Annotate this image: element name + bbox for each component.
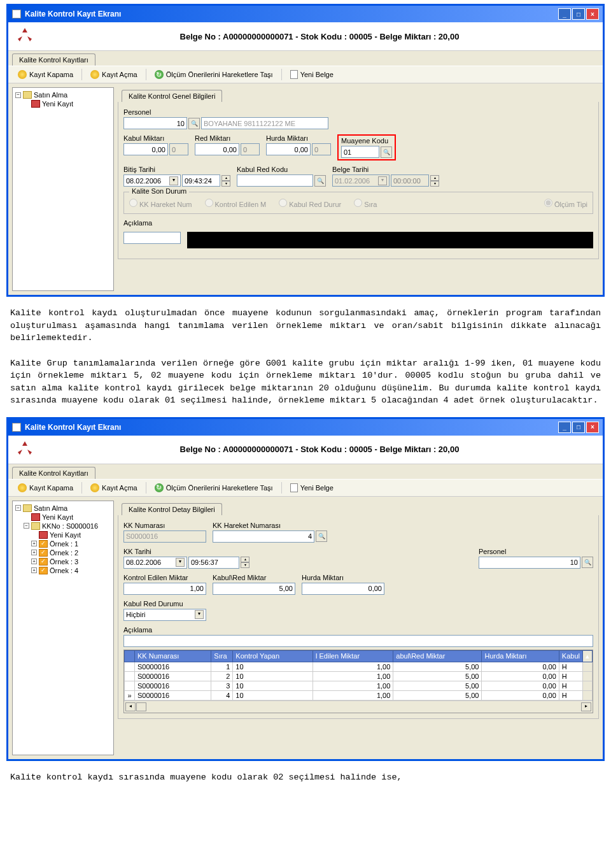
- close-button[interactable]: ×: [586, 8, 599, 20]
- minimize-button[interactable]: _: [558, 422, 571, 433]
- scroll-up-icon[interactable]: ▴: [583, 650, 593, 662]
- minimize-button[interactable]: _: [558, 8, 571, 20]
- kk-tarihi-time[interactable]: [188, 557, 239, 569]
- tree-ornek-1[interactable]: Örnek : 1: [50, 540, 78, 548]
- row-marker-icon: »: [125, 690, 135, 700]
- tree-yeni-kayit-2[interactable]: Yeni Kayıt: [50, 531, 81, 539]
- tree-kkno[interactable]: KKNo : S0000016: [42, 522, 98, 530]
- detail-grid[interactable]: KK Numarası Sıra Kontrol Yapan l Edilen …: [123, 650, 593, 713]
- titlebar[interactable]: Kalite Kontrol Kayıt Ekranı _ □ ×: [8, 6, 603, 22]
- radio-olcum-tipi[interactable]: Ölçüm Tipi: [544, 199, 587, 208]
- tree-satin-alma[interactable]: Satın Alma: [34, 91, 67, 99]
- scroll-left-icon[interactable]: ◂: [125, 702, 136, 711]
- radio-kk-hareket[interactable]: KK Hareket Num: [129, 199, 192, 208]
- collapse-icon[interactable]: −: [15, 92, 21, 98]
- tree-ornek-3[interactable]: Örnek : 3: [50, 558, 78, 566]
- col-kabul-red-miktar[interactable]: abul\Red Miktar: [393, 650, 482, 662]
- chevron-down-icon[interactable]: ▾: [176, 558, 185, 567]
- muayene-kodu-label: Muayene Kodu: [341, 137, 392, 145]
- kabul-red-miktar-input[interactable]: [213, 583, 295, 595]
- personel-input[interactable]: [479, 557, 580, 569]
- lookup-icon[interactable]: 🔍: [316, 530, 327, 542]
- close-button[interactable]: ×: [586, 422, 599, 433]
- kontrol-edilen-input[interactable]: [123, 583, 206, 595]
- bitis-tarihi-time[interactable]: [182, 174, 220, 187]
- cell-kk-numarasi: S0000016: [135, 681, 211, 690]
- chevron-down-icon[interactable]: ▾: [195, 610, 204, 619]
- expand-icon[interactable]: +: [31, 541, 37, 546]
- personel-input[interactable]: [123, 117, 187, 129]
- chevron-down-icon[interactable]: ▾: [169, 176, 178, 185]
- expand-icon[interactable]: +: [31, 567, 37, 573]
- tree-satin-alma[interactable]: Satın Alma: [34, 504, 67, 512]
- table-row[interactable]: S00000163101,005,000,00H: [125, 681, 593, 690]
- red-miktari-input[interactable]: [195, 143, 239, 155]
- kabul-red-durumu-select[interactable]: Hiçbiri▾: [123, 609, 206, 621]
- yeni-belge-button[interactable]: Yeni Belge: [284, 481, 339, 494]
- col-kk-numarasi[interactable]: KK Numarası: [135, 650, 211, 662]
- olcum-tasi-button[interactable]: ↻Ölçüm Önerilerini Hareketlere Taşı: [149, 68, 279, 81]
- kabul-miktari-2: [169, 143, 188, 155]
- col-edilen-miktar[interactable]: l Edilen Miktar: [313, 650, 393, 662]
- maximize-button[interactable]: □: [572, 422, 585, 433]
- time-spinner[interactable]: ▴▾: [241, 557, 249, 568]
- kabul-miktari-input[interactable]: [123, 143, 168, 155]
- titlebar[interactable]: Kalite Kontrol Kayıt Ekranı _ □ ×: [8, 419, 603, 436]
- separator: [146, 69, 146, 80]
- lookup-icon[interactable]: 🔍: [314, 175, 326, 187]
- expand-icon[interactable]: +: [31, 559, 37, 564]
- tree-yeni-kayit[interactable]: Yeni Kayıt: [42, 100, 73, 108]
- tab-kalite-kontrol[interactable]: Kalite Kontrol Kayıtları: [12, 467, 95, 479]
- kayit-kapama-button[interactable]: Kayıt Kapama: [12, 68, 79, 81]
- lookup-icon[interactable]: 🔍: [582, 557, 593, 568]
- col-hurda-miktari[interactable]: Hurda Miktarı: [482, 650, 559, 662]
- kayit-acma-button[interactable]: Kayıt Açma: [85, 68, 143, 81]
- window-kalite-kontrol-2: Kalite Kontrol Kayıt Ekranı _ □ × Belge …: [6, 417, 605, 761]
- cell-kabul: H: [559, 681, 582, 690]
- col-kontrol-yapan[interactable]: Kontrol Yapan: [233, 650, 313, 662]
- aciklama-input[interactable]: [123, 232, 181, 244]
- yeni-belge-button[interactable]: Yeni Belge: [284, 68, 339, 81]
- hurda-miktari-input[interactable]: [266, 143, 311, 155]
- maximize-button[interactable]: □: [572, 8, 585, 20]
- scroll-right-icon[interactable]: ▸: [581, 702, 591, 711]
- hurda-miktari-input[interactable]: [302, 583, 384, 595]
- sample-icon: [39, 549, 48, 557]
- tab-detay-bilgiler[interactable]: Kalite Kontrol Detay Bilgileri: [122, 503, 222, 515]
- kk-tarihi-date[interactable]: 08.02.2006▾: [123, 557, 187, 569]
- table-row[interactable]: »S00000164101,005,000,00H: [125, 690, 593, 700]
- tree-ornek-2[interactable]: Örnek : 2: [50, 549, 78, 557]
- cell-kk-numarasi: S0000016: [135, 662, 211, 671]
- tree-view[interactable]: −Satın Alma Yeni Kayıt: [12, 87, 114, 291]
- kabul-red-kodu-input[interactable]: [237, 174, 313, 187]
- tab-genel-bilgiler[interactable]: Kalite Kontrol Genel Bilgileri: [122, 90, 222, 102]
- col-kabul[interactable]: Kabul: [559, 650, 582, 662]
- tab-kalite-kontrol[interactable]: Kalite Kontrol Kayıtları: [12, 53, 95, 66]
- radio-kontrol-edilen[interactable]: Kontrol Edilen M: [205, 199, 267, 208]
- kk-hareket-input[interactable]: [213, 530, 314, 543]
- muayene-kodu-input[interactable]: [341, 146, 379, 158]
- radio-sira[interactable]: Sıra: [354, 199, 377, 208]
- time-spinner[interactable]: ▴▾: [221, 175, 230, 187]
- radio-kabul-red[interactable]: Kabul Red Durur: [279, 199, 341, 208]
- tree-yeni-kayit[interactable]: Yeni Kayıt: [42, 513, 73, 521]
- header-strip: Belge No : A00000000000071 - Stok Kodu :…: [8, 22, 603, 51]
- table-row[interactable]: S00000162101,005,000,00H: [125, 671, 593, 681]
- tree-view[interactable]: −Satın Alma Yeni Kayıt −KKNo : S0000016 …: [12, 501, 114, 755]
- bitis-tarihi-date[interactable]: 08.02.2006▾: [123, 174, 181, 187]
- col-sira[interactable]: Sıra: [211, 650, 233, 662]
- expand-icon[interactable]: +: [31, 550, 37, 555]
- scroll-track[interactable]: [136, 702, 146, 711]
- aciklama-input[interactable]: [123, 635, 593, 647]
- collapse-icon[interactable]: −: [24, 523, 29, 529]
- table-row[interactable]: S00000161101,005,000,00H: [125, 662, 593, 671]
- lookup-icon[interactable]: 🔍: [381, 146, 392, 158]
- lookup-icon[interactable]: 🔍: [188, 118, 200, 129]
- tree-ornek-4[interactable]: Örnek : 4: [50, 567, 78, 574]
- aciklama-redacted: [187, 232, 593, 248]
- kayit-kapama-button[interactable]: Kayıt Kapama: [12, 481, 79, 494]
- olcum-tasi-button[interactable]: ↻Ölçüm Önerilerini Hareketlere Taşı: [149, 481, 279, 494]
- collapse-icon[interactable]: −: [15, 505, 21, 511]
- kayit-acma-button[interactable]: Kayıt Açma: [85, 481, 143, 494]
- new-doc-icon: [290, 70, 298, 79]
